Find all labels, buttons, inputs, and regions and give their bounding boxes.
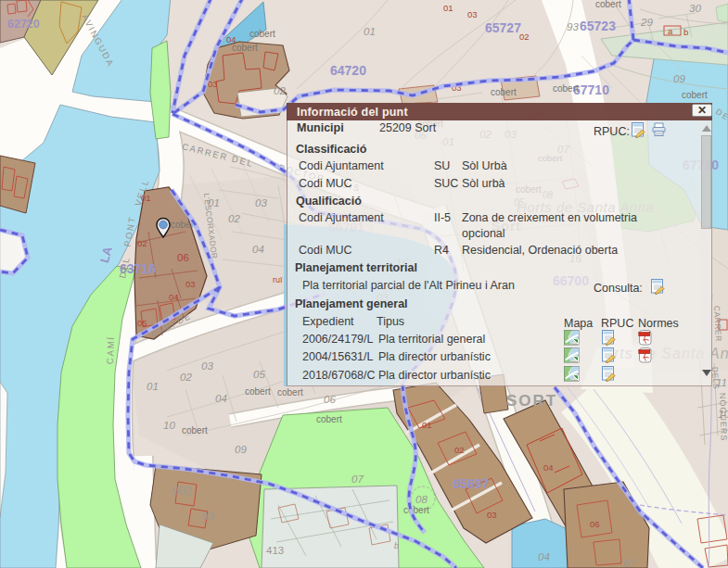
svg-text:93: 93 [567,21,579,32]
svg-text:03: 03 [185,279,196,289]
svg-text:cobert: cobert [277,387,303,398]
svg-text:04: 04 [169,292,179,302]
svg-text:CARRER: CARRER [712,306,723,342]
svg-text:cobert: cobert [491,87,517,97]
svg-text:01: 01 [208,197,220,208]
svg-text:09: 09 [235,444,247,455]
svg-text:01: 01 [147,381,159,392]
svg-text:06: 06 [177,252,189,263]
svg-text:04: 04 [215,393,227,404]
svg-text:04: 04 [538,551,550,562]
svg-text:02: 02 [228,213,240,224]
svg-text:04: 04 [543,462,554,473]
svg-text:04: 04 [226,34,236,44]
svg-text:06: 06 [324,394,336,405]
svg-text:03: 03 [255,197,267,208]
svg-text:01: 01 [141,193,151,203]
svg-text:64720: 64720 [330,63,366,78]
svg-text:cobert: cobert [249,29,275,39]
svg-text:cobert: cobert [245,386,271,397]
svg-text:cobert: cobert [595,0,621,9]
svg-text:67710: 67710 [573,82,609,97]
svg-text:30: 30 [689,3,701,14]
svg-text:a: a [668,26,673,36]
svg-text:03: 03 [487,510,497,520]
svg-text:62720: 62720 [7,18,40,31]
svg-text:b: b [683,27,688,37]
svg-text:09: 09 [673,73,685,84]
svg-text:01: 01 [443,3,453,13]
svg-text:02: 02 [180,372,192,383]
svg-text:08: 08 [415,494,428,505]
svg-text:07: 07 [351,473,364,485]
svg-text:cobert: cobert [682,90,708,100]
svg-text:06: 06 [590,519,600,529]
svg-text:CAMÍ: CAMÍ [105,335,116,364]
svg-text:02: 02 [137,238,147,248]
svg-text:93: 93 [202,511,214,522]
svg-text:01: 01 [422,420,432,430]
svg-text:cobert: cobert [316,414,342,424]
svg-text:902: 902 [172,485,192,498]
svg-text:03: 03 [208,79,218,89]
svg-text:07: 07 [623,558,635,568]
svg-text:29: 29 [640,17,653,28]
svg-text:02: 02 [519,32,530,42]
svg-text:65727: 65727 [485,20,521,35]
svg-text:10: 10 [163,420,175,431]
svg-text:10: 10 [718,409,728,420]
svg-text:03: 03 [467,9,478,19]
svg-text:ruï: ruï [273,275,283,284]
svg-text:cobert: cobert [403,505,429,515]
svg-text:04: 04 [252,244,264,255]
svg-text:413: 413 [266,545,284,556]
svg-text:05: 05 [137,318,147,328]
svg-text:SORT: SORT [506,392,557,410]
svg-text:05: 05 [253,369,265,380]
svg-text:65723: 65723 [580,19,616,33]
svg-text:02: 02 [454,445,465,455]
svg-text:01: 01 [364,26,376,37]
svg-text:03: 03 [201,360,213,372]
svg-text:b: b [394,541,399,550]
svg-text:cobert: cobert [182,425,208,435]
svg-text:65697: 65697 [453,476,489,491]
svg-text:11: 11 [716,377,727,388]
svg-text:cobert: cobert [553,83,579,94]
svg-text:02: 02 [274,85,286,96]
